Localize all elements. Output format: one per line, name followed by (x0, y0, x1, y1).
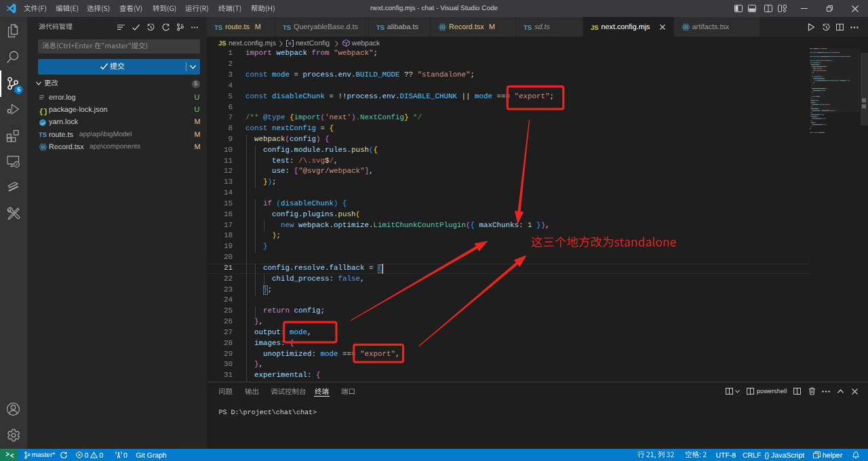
svg-text:TS: TS (39, 132, 47, 138)
svg-text:{}: {} (39, 108, 47, 115)
